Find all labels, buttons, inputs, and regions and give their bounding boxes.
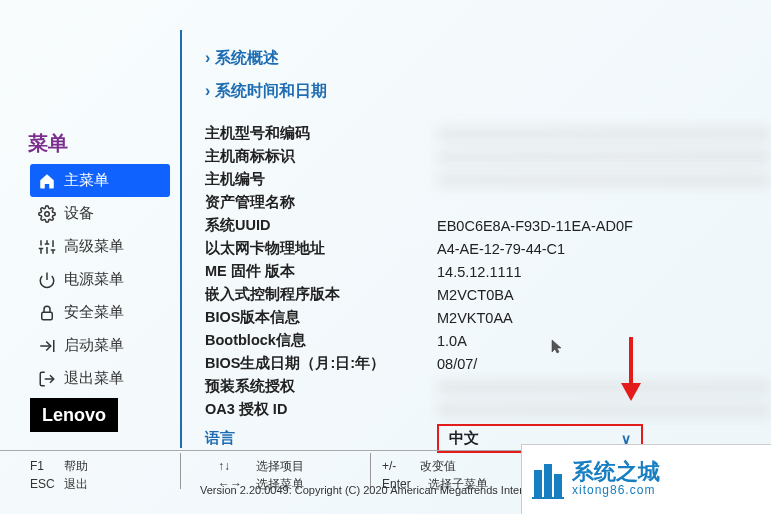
section-link-datetime[interactable]: 系统时间和日期 (205, 81, 771, 102)
language-value: 中文 (449, 429, 479, 448)
main-content: 系统概述 系统时间和日期 主机型号和编码 主机商标标识 主机编号 资产管理名称 (175, 0, 771, 448)
nav-list: 主菜单 设备 高级菜单 电源菜单 (30, 164, 170, 395)
info-label: 主机商标标识 (205, 147, 437, 166)
info-label: 预装系统授权 (205, 377, 437, 396)
nav-label: 电源菜单 (64, 270, 124, 289)
info-value: 14.5.12.1111 (437, 264, 771, 280)
key-f1-desc: 帮助 (64, 457, 88, 475)
key-updown: ↑↓ (218, 457, 256, 475)
info-label: ME 固件 版本 (205, 262, 437, 281)
info-label: BIOS版本信息 (205, 308, 437, 327)
key-updown-desc: 选择项目 (256, 457, 304, 475)
info-value (437, 173, 771, 187)
watermark-url: xitong86.com (572, 483, 660, 497)
nav-label: 安全菜单 (64, 303, 124, 322)
power-icon (38, 271, 56, 289)
sidebar: 菜单 主菜单 设备 高级菜单 (0, 0, 175, 448)
section-link-overview[interactable]: 系统概述 (205, 48, 771, 69)
info-value: 08/07/ (437, 356, 771, 372)
info-label: 以太网卡物理地址 (205, 239, 437, 258)
info-value: EB0C6E8A-F93D-11EA-AD0F (437, 218, 771, 234)
info-row-asset: 资产管理名称 (205, 191, 771, 214)
svg-rect-17 (554, 474, 562, 498)
nav-item-main[interactable]: 主菜单 (30, 164, 170, 197)
info-label: 嵌入式控制程序版本 (205, 285, 437, 304)
info-row-preload: 预装系统授权 (205, 375, 771, 398)
key-plusminus-desc: 改变值 (420, 457, 456, 475)
watermark-overlay: 系统之城 xitong86.com (521, 444, 771, 514)
key-f1: F1 (30, 457, 64, 475)
exit-icon (38, 370, 56, 388)
key-esc: ESC (30, 475, 64, 493)
building-icon (530, 460, 566, 500)
info-row-bootblock: Bootblock信息 1.0A (205, 329, 771, 352)
nav-item-exit[interactable]: 退出菜单 (30, 362, 170, 395)
nav-item-security[interactable]: 安全菜单 (30, 296, 170, 329)
info-label: 资产管理名称 (205, 193, 437, 212)
info-value: A4-AE-12-79-44-C1 (437, 241, 771, 257)
home-icon (38, 172, 56, 190)
nav-item-devices[interactable]: 设备 (30, 197, 170, 230)
menu-title: 菜单 (28, 130, 68, 157)
nav-item-boot[interactable]: 启动菜单 (30, 329, 170, 362)
key-plusminus: +/- (382, 457, 420, 475)
version-text: Version 2.20.0049. Copyright (C) 2020 Am… (200, 484, 529, 496)
gear-icon (38, 205, 56, 223)
info-row-ec: 嵌入式控制程序版本 M2VCT0BA (205, 283, 771, 306)
svg-point-0 (45, 211, 50, 216)
info-value (437, 127, 771, 141)
info-label: Bootblock信息 (205, 331, 437, 350)
watermark-title: 系统之城 (572, 461, 660, 483)
nav-label: 启动菜单 (64, 336, 124, 355)
info-row-mac: 以太网卡物理地址 A4-AE-12-79-44-C1 (205, 237, 771, 260)
nav-label: 主菜单 (64, 171, 109, 190)
export-icon (38, 337, 56, 355)
lock-icon (38, 304, 56, 322)
footer-divider (180, 453, 181, 489)
nav-label: 退出菜单 (64, 369, 124, 388)
info-label: BIOS生成日期（月:日:年） (205, 354, 437, 373)
svg-rect-15 (534, 470, 542, 498)
info-label: 主机编号 (205, 170, 437, 189)
info-row-oa3: OA3 授权 ID (205, 398, 771, 421)
info-value: 1.0A (437, 333, 771, 349)
svg-rect-16 (544, 464, 552, 498)
sliders-icon (38, 238, 56, 256)
info-value (437, 150, 771, 164)
language-label: 语言 (205, 429, 437, 448)
info-row-serial: 主机编号 (205, 168, 771, 191)
key-esc-desc: 退出 (64, 475, 88, 493)
vertical-divider (180, 30, 182, 448)
svg-rect-11 (42, 312, 53, 320)
info-value (437, 403, 771, 417)
info-label: 主机型号和编码 (205, 124, 437, 143)
info-value: M2VCT0BA (437, 287, 771, 303)
info-value: M2VKT0AA (437, 310, 771, 326)
info-value (437, 380, 771, 394)
info-row-brand: 主机商标标识 (205, 145, 771, 168)
info-row-uuid: 系统UUID EB0C6E8A-F93D-11EA-AD0F (205, 214, 771, 237)
info-row-me: ME 固件 版本 14.5.12.1111 (205, 260, 771, 283)
lenovo-logo: Lenovo (30, 398, 118, 432)
nav-label: 高级菜单 (64, 237, 124, 256)
info-row-bios: BIOS版本信息 M2VKT0AA (205, 306, 771, 329)
info-row-biosdate: BIOS生成日期（月:日:年） 08/07/ (205, 352, 771, 375)
info-label: 系统UUID (205, 216, 437, 235)
nav-item-power[interactable]: 电源菜单 (30, 263, 170, 296)
info-row-model: 主机型号和编码 (205, 122, 771, 145)
info-label: OA3 授权 ID (205, 400, 437, 419)
nav-item-advanced[interactable]: 高级菜单 (30, 230, 170, 263)
nav-label: 设备 (64, 204, 94, 223)
info-table: 主机型号和编码 主机商标标识 主机编号 资产管理名称 系统UUID EB0C6E… (205, 122, 771, 455)
